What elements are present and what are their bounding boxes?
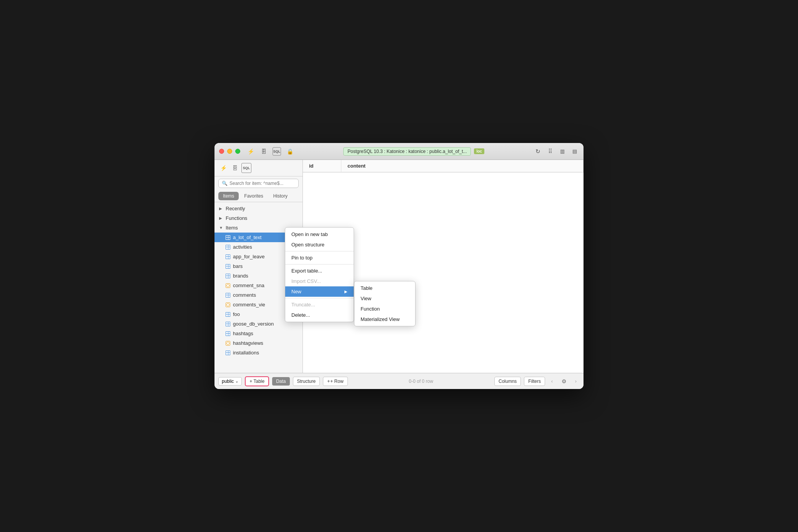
view-icon — [225, 283, 231, 288]
titlebar: ⚡ 🗄 SQL 🔒 PostgreSQL 10.3 : Katonice : k… — [214, 143, 584, 160]
group-functions-label: Functions — [226, 215, 247, 221]
search-input[interactable] — [229, 181, 295, 186]
submenu-function[interactable]: Function — [354, 304, 415, 314]
group-recently-label: Recently — [226, 206, 245, 211]
context-menu-pin-to-top[interactable]: Pin to top — [285, 253, 354, 263]
recently-arrow-icon: ▶ — [219, 206, 224, 211]
submenu-table[interactable]: Table — [354, 283, 415, 293]
schema-label: public — [222, 379, 234, 384]
context-menu-export-table[interactable]: Export table... — [285, 266, 354, 276]
separator-3 — [285, 298, 354, 298]
col-id: id — [303, 160, 341, 172]
sidebar-toolbar: ⚡ 🗄 SQL — [214, 160, 303, 176]
database-icon[interactable]: 🗄 — [259, 147, 268, 156]
refresh-icon[interactable]: ↻ — [534, 147, 542, 156]
context-menu-open-structure[interactable]: Open structure — [285, 239, 354, 250]
next-page-button[interactable]: › — [572, 377, 580, 385]
columns-button[interactable]: Columns — [494, 377, 521, 386]
lock-icon[interactable]: 🔒 — [286, 147, 294, 156]
structure-tab-button[interactable]: Structure — [293, 377, 320, 386]
sidebar-item-installations[interactable]: installations — [214, 348, 303, 357]
panel-right-icon[interactable]: ▤ — [570, 147, 579, 156]
table-icon — [225, 264, 231, 269]
power-icon[interactable]: ⚡ — [246, 147, 255, 156]
context-menu-import-csv[interactable]: Import CSV... — [285, 276, 354, 286]
context-menu-new[interactable]: New ▶ — [285, 286, 354, 297]
item-label: app_for_leave — [233, 254, 264, 259]
item-label: brands — [233, 273, 248, 279]
sidebar-sql-icon[interactable]: SQL — [241, 163, 251, 173]
schema-select[interactable]: public ⌄ — [218, 377, 242, 386]
tab-favorites[interactable]: Favorites — [239, 192, 268, 200]
tab-history[interactable]: History — [269, 192, 292, 200]
search-bar[interactable]: 🔍 — [218, 179, 299, 188]
chevron-down-icon: ⌄ — [235, 379, 238, 383]
row-count: 0-0 of 0 row — [351, 379, 491, 384]
item-label: installations — [233, 350, 259, 356]
table-icon — [225, 293, 231, 298]
submenu-arrow-icon: ▶ — [344, 289, 347, 294]
items-arrow-icon: ▼ — [219, 226, 224, 230]
panel-left-icon[interactable]: ▥ — [558, 147, 567, 156]
sidebar-power-icon[interactable]: ⚡ — [218, 163, 228, 173]
sidebar-item-hashtagviews[interactable]: hashtagviews — [214, 338, 303, 348]
item-label: hashtags — [233, 331, 253, 336]
context-menu-open-new-tab[interactable]: Open in new tab — [285, 229, 354, 239]
view-icon — [225, 302, 231, 308]
group-recently-header[interactable]: ▶ Recently — [214, 204, 303, 213]
data-tab-button[interactable]: Data — [272, 377, 289, 386]
item-label: comment_sna — [233, 283, 264, 288]
search-icon: 🔍 — [222, 181, 228, 186]
sql-icon[interactable]: SQL — [273, 147, 281, 156]
item-label: foo — [233, 311, 240, 317]
item-label: comments_vie — [233, 302, 265, 308]
sidebar-db-icon[interactable]: 🗄 — [230, 163, 240, 173]
item-label: activities — [233, 244, 252, 250]
table-icon — [225, 254, 231, 259]
context-menu: Open in new tab Open structure Pin to to… — [285, 227, 354, 322]
main-area: ⚡ 🗄 SQL 🔍 Items Favorites History ▶ Rece… — [214, 160, 584, 373]
table-icon — [225, 235, 231, 240]
group-recently: ▶ Recently — [214, 204, 303, 213]
toolbar-right: Columns Filters ‹ ⚙ › — [494, 376, 580, 386]
item-label: hashtagviews — [233, 340, 263, 346]
separator-1 — [285, 251, 354, 251]
item-label: a_lot_of_text — [233, 234, 261, 240]
add-table-button[interactable]: + Table — [245, 376, 269, 386]
row-label: + Row — [330, 379, 343, 384]
context-menu-delete[interactable]: Delete... — [285, 310, 354, 320]
filters-button[interactable]: Filters — [524, 377, 545, 386]
tab-items[interactable]: Items — [218, 192, 239, 200]
titlebar-right: ↻ ⠿ ▥ ▤ — [534, 147, 579, 156]
group-items-label: Items — [226, 225, 238, 231]
titlebar-center: PostgreSQL 10.3 : Katonice : katonice : … — [294, 147, 534, 156]
group-functions-header[interactable]: ▶ Functions — [214, 213, 303, 223]
submenu-materialized-view[interactable]: Materialized View — [354, 314, 415, 324]
functions-arrow-icon: ▶ — [219, 216, 224, 220]
grid-icon[interactable]: ⠿ — [546, 147, 554, 156]
submenu-view[interactable]: View — [354, 293, 415, 304]
titlebar-controls: ⚡ 🗄 SQL 🔒 — [246, 147, 294, 156]
item-label: comments — [233, 292, 256, 298]
item-label: goose_db_version — [233, 321, 274, 327]
sidebar-item-hashtags[interactable]: hashtags — [214, 329, 303, 338]
prev-page-button[interactable]: ‹ — [548, 377, 556, 385]
traffic-lights — [219, 149, 240, 154]
table-header: id content — [303, 160, 584, 173]
context-menu-truncate[interactable]: Truncate... — [285, 299, 354, 310]
sidebar-tabs: Items Favorites History — [214, 190, 303, 202]
table-icon — [225, 350, 231, 356]
maximize-button[interactable] — [235, 149, 240, 154]
db-path: PostgreSQL 10.3 : Katonice : katonice : … — [343, 147, 471, 156]
item-label: bars — [233, 263, 243, 269]
settings-icon[interactable]: ⚙ — [559, 376, 569, 386]
context-menu-new-label: New — [291, 289, 301, 294]
separator-2 — [285, 264, 354, 264]
close-button[interactable] — [219, 149, 224, 154]
add-row-button[interactable]: + + Row — [323, 377, 347, 386]
plus-icon: + — [327, 379, 330, 384]
table-icon — [225, 321, 231, 327]
table-icon — [225, 244, 231, 250]
minimize-button[interactable] — [227, 149, 232, 154]
table-icon — [225, 331, 231, 336]
